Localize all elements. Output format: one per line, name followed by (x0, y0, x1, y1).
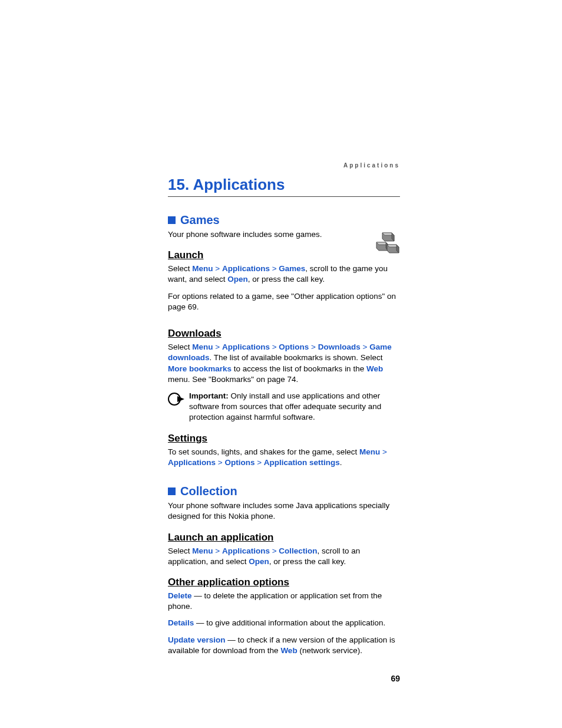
link-options[interactable]: Options (279, 342, 309, 351)
running-header: Applications (168, 162, 400, 169)
important-label: Important: (189, 391, 229, 400)
chapter-number: 15. (168, 176, 189, 193)
link-collection[interactable]: Collection (279, 546, 317, 555)
section-collection-title: Collection (180, 485, 237, 498)
link-menu[interactable]: Menu (192, 342, 213, 351)
subsection-settings-heading: Settings (168, 433, 400, 444)
link-application-settings[interactable]: Application settings (264, 458, 340, 467)
option-details: Details — to give additional information… (168, 618, 400, 628)
link-open[interactable]: Open (227, 275, 248, 284)
link-menu[interactable]: Menu (192, 546, 213, 555)
link-open[interactable]: Open (249, 557, 269, 566)
link-update-version[interactable]: Update version (168, 635, 226, 644)
svg-marker-10 (177, 396, 184, 402)
link-games[interactable]: Games (279, 264, 305, 273)
link-downloads[interactable]: Downloads (318, 342, 361, 351)
manual-page: Applications 15. Applications Games Your… (0, 0, 562, 719)
link-applications[interactable]: Applications (168, 458, 216, 467)
launch-app-paragraph: Select Menu > Applications > Collection,… (168, 546, 400, 567)
chapter-title: Applications (193, 176, 285, 193)
link-menu[interactable]: Menu (359, 447, 380, 456)
link-details[interactable]: Details (168, 618, 194, 627)
link-applications[interactable]: Applications (222, 264, 270, 273)
square-bullet-icon (168, 487, 176, 495)
section-games-heading: Games (168, 213, 400, 227)
link-applications[interactable]: Applications (222, 546, 270, 555)
collection-intro: Your phone software includes some Java a… (168, 500, 400, 522)
link-web[interactable]: Web (366, 364, 383, 373)
link-applications[interactable]: Applications (222, 342, 270, 351)
important-icon (168, 391, 189, 408)
downloads-paragraph: Select Menu > Applications > Options > D… (168, 342, 400, 385)
important-note: Important: Only install and use applicat… (168, 391, 400, 423)
section-collection-heading: Collection (168, 485, 400, 498)
link-options[interactable]: Options (224, 458, 254, 467)
subsection-launch-heading: Launch (168, 249, 400, 261)
link-menu[interactable]: Menu (192, 264, 213, 273)
launch-paragraph-2: For options related to a game, see "Othe… (168, 291, 400, 312)
page-number: 69 (168, 674, 400, 683)
link-delete[interactable]: Delete (168, 591, 192, 600)
link-more-bookmarks[interactable]: More bookmarks (168, 364, 232, 373)
option-delete: Delete — to delete the application or ap… (168, 591, 400, 612)
settings-paragraph: To set sounds, lights, and shakes for th… (168, 447, 400, 468)
games-icon (374, 232, 400, 257)
chapter-heading: 15. Applications (168, 176, 400, 197)
subsection-launch-app-heading: Launch an application (168, 532, 400, 543)
launch-paragraph-1: Select Menu > Applications > Games, scro… (168, 263, 400, 285)
square-bullet-icon (168, 216, 176, 224)
section-games-title: Games (180, 213, 220, 227)
link-web[interactable]: Web (280, 646, 297, 655)
subsection-downloads-heading: Downloads (168, 328, 400, 340)
option-update-version: Update version — to check if a new versi… (168, 635, 400, 656)
subsection-other-options-heading: Other application options (168, 577, 400, 588)
important-text: Important: Only install and use applicat… (189, 391, 400, 423)
games-intro: Your phone software includes some games. (168, 229, 400, 240)
